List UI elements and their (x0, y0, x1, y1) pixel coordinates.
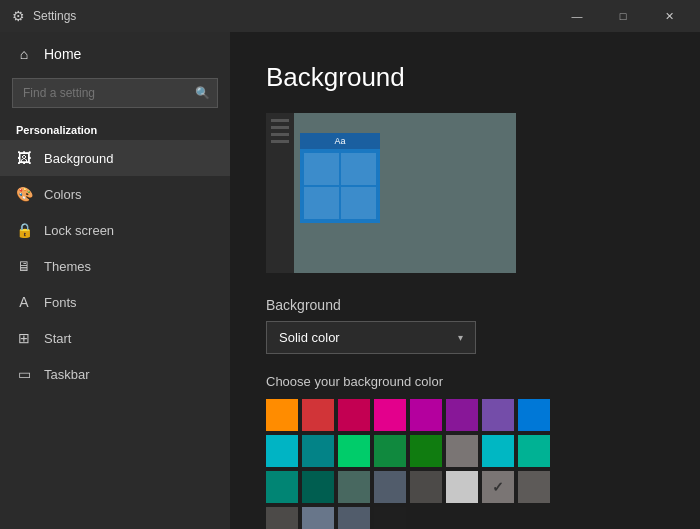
sidebar-item-label: Themes (44, 259, 91, 274)
preview-window-title: Aa (300, 133, 380, 149)
preview-window-body (300, 149, 380, 223)
page-title: Background (266, 62, 664, 93)
sidebar-section-title: Personalization (0, 118, 230, 140)
fonts-icon: A (16, 294, 32, 310)
preview-tile (341, 187, 376, 219)
color-swatch[interactable] (410, 435, 442, 467)
color-swatch[interactable] (302, 507, 334, 529)
color-swatch[interactable] (374, 471, 406, 503)
color-swatch[interactable] (374, 399, 406, 431)
color-swatch[interactable] (446, 435, 478, 467)
close-button[interactable]: ✕ (646, 0, 692, 32)
taskbar-icon: ▭ (16, 366, 32, 382)
color-swatch[interactable] (482, 435, 514, 467)
home-icon: ⌂ (16, 46, 32, 62)
sidebar: ⌂ Home 🔍 Personalization 🖼 Background 🎨 … (0, 32, 230, 529)
content-area: Background Aa Background Soli (230, 32, 700, 529)
sidebar-item-label: Colors (44, 187, 82, 202)
sidebar-item-taskbar[interactable]: ▭ Taskbar (0, 356, 230, 392)
sidebar-item-label: Taskbar (44, 367, 90, 382)
background-icon: 🖼 (16, 150, 32, 166)
preview-taskbar-item (271, 126, 289, 129)
color-swatch[interactable] (518, 471, 550, 503)
search-input[interactable] (12, 78, 218, 108)
color-swatch[interactable] (482, 471, 514, 503)
color-swatch[interactable] (374, 507, 406, 529)
chevron-down-icon: ▾ (458, 332, 463, 343)
title-bar: ⚙ Settings — □ ✕ (0, 0, 700, 32)
sidebar-item-label: Background (44, 151, 113, 166)
themes-icon: 🖥 (16, 258, 32, 274)
color-swatch[interactable] (518, 435, 550, 467)
preview-taskbar-item (271, 133, 289, 136)
title-bar-title: Settings (33, 9, 76, 23)
sidebar-item-themes[interactable]: 🖥 Themes (0, 248, 230, 284)
sidebar-item-start[interactable]: ⊞ Start (0, 320, 230, 356)
color-swatch[interactable] (338, 399, 370, 431)
search-icon: 🔍 (195, 86, 210, 100)
color-swatch[interactable] (338, 507, 370, 529)
preview-tile (304, 153, 339, 185)
sidebar-item-background[interactable]: 🖼 Background (0, 140, 230, 176)
sidebar-item-label: Start (44, 331, 71, 346)
sidebar-item-fonts[interactable]: A Fonts (0, 284, 230, 320)
start-icon: ⊞ (16, 330, 32, 346)
color-swatch[interactable] (410, 399, 442, 431)
home-label: Home (44, 46, 81, 62)
preview-taskbar-item (271, 119, 289, 122)
preview-window: Aa (300, 133, 380, 223)
preview-tile (341, 153, 376, 185)
color-swatch[interactable] (266, 399, 298, 431)
sidebar-search: 🔍 (12, 78, 218, 108)
color-swatch[interactable] (446, 471, 478, 503)
settings-app-icon: ⚙ (12, 8, 25, 24)
color-swatch[interactable] (302, 435, 334, 467)
colors-icon: 🎨 (16, 186, 32, 202)
lockscreen-icon: 🔒 (16, 222, 32, 238)
minimize-button[interactable]: — (554, 0, 600, 32)
title-bar-controls: — □ ✕ (554, 0, 692, 32)
sidebar-item-label: Lock screen (44, 223, 114, 238)
sidebar-items: 🖼 Background 🎨 Colors 🔒 Lock screen 🖥 Th… (0, 140, 230, 392)
background-dropdown[interactable]: Solid color ▾ (266, 321, 476, 354)
color-swatch[interactable] (446, 399, 478, 431)
color-section-label: Choose your background color (266, 374, 664, 389)
color-grid (266, 399, 664, 529)
dropdown-value: Solid color (279, 330, 340, 345)
background-label: Background (266, 297, 664, 313)
sidebar-item-label: Fonts (44, 295, 77, 310)
color-swatch[interactable] (266, 435, 298, 467)
sidebar-item-colors[interactable]: 🎨 Colors (0, 176, 230, 212)
sidebar-item-home[interactable]: ⌂ Home (0, 36, 230, 72)
color-swatch[interactable] (302, 471, 334, 503)
color-swatch[interactable] (482, 399, 514, 431)
color-swatch[interactable] (302, 399, 334, 431)
color-swatch[interactable] (266, 507, 298, 529)
title-bar-left: ⚙ Settings (12, 8, 76, 24)
background-preview: Aa (266, 113, 516, 273)
app-body: ⌂ Home 🔍 Personalization 🖼 Background 🎨 … (0, 32, 700, 529)
color-swatch[interactable] (338, 471, 370, 503)
preview-tile (304, 187, 339, 219)
color-swatch[interactable] (410, 471, 442, 503)
color-swatch[interactable] (266, 471, 298, 503)
color-swatch[interactable] (374, 435, 406, 467)
preview-taskbar (266, 113, 294, 273)
preview-taskbar-item (271, 140, 289, 143)
color-swatch[interactable] (338, 435, 370, 467)
color-swatch[interactable] (518, 399, 550, 431)
maximize-button[interactable]: □ (600, 0, 646, 32)
sidebar-item-lockscreen[interactable]: 🔒 Lock screen (0, 212, 230, 248)
